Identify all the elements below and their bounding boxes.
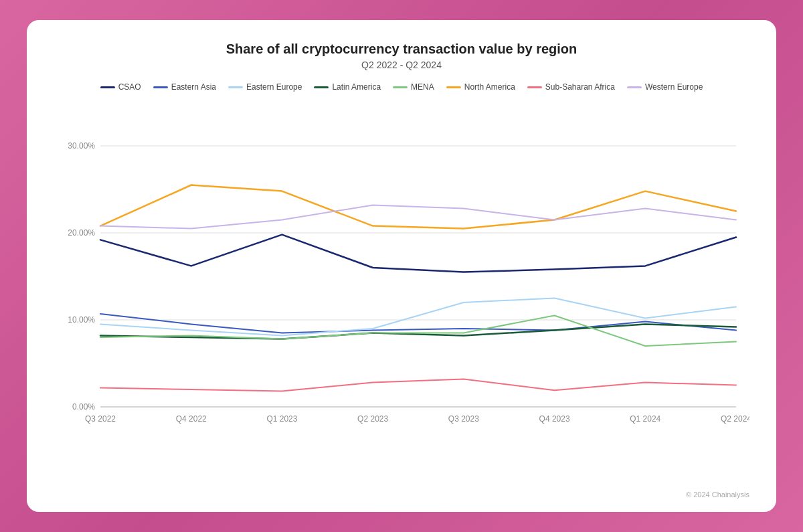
svg-text:Q4 2022: Q4 2022 xyxy=(176,414,207,424)
svg-text:20.00%: 20.00% xyxy=(68,228,95,238)
svg-text:Q1 2024: Q1 2024 xyxy=(630,414,660,424)
legend-item: CSAO xyxy=(100,82,141,92)
legend-item: Eastern Europe xyxy=(228,82,302,92)
svg-text:Q2 2024: Q2 2024 xyxy=(721,414,749,424)
svg-text:30.00%: 30.00% xyxy=(68,141,95,151)
legend-item: Eastern Asia xyxy=(153,82,216,92)
svg-text:0.00%: 0.00% xyxy=(72,402,95,412)
chart-card: Share of all cryptocurrency transaction … xyxy=(27,20,776,512)
legend-item: Sub-Saharan Africa xyxy=(527,82,615,92)
svg-text:Q4 2023: Q4 2023 xyxy=(539,414,570,424)
footer: © 2024 Chainalysis xyxy=(54,491,749,499)
svg-text:Q3 2023: Q3 2023 xyxy=(448,414,479,424)
svg-text:Q2 2023: Q2 2023 xyxy=(357,414,388,424)
chart-area: 0.00%10.00%20.00%30.00%Q3 2022Q4 2022Q1 … xyxy=(54,100,749,486)
svg-text:Q3 2022: Q3 2022 xyxy=(85,414,116,424)
legend-item: North America xyxy=(446,82,515,92)
chart-title: Share of all cryptocurrency transaction … xyxy=(54,41,749,57)
legend: CSAOEastern AsiaEastern EuropeLatin Amer… xyxy=(54,82,749,92)
svg-text:10.00%: 10.00% xyxy=(68,315,95,325)
svg-text:Q1 2023: Q1 2023 xyxy=(266,414,297,424)
legend-item: Latin America xyxy=(314,82,381,92)
legend-item: Western Europe xyxy=(627,82,703,92)
legend-item: MENA xyxy=(393,82,434,92)
chart-subtitle: Q2 2022 - Q2 2024 xyxy=(54,60,749,70)
